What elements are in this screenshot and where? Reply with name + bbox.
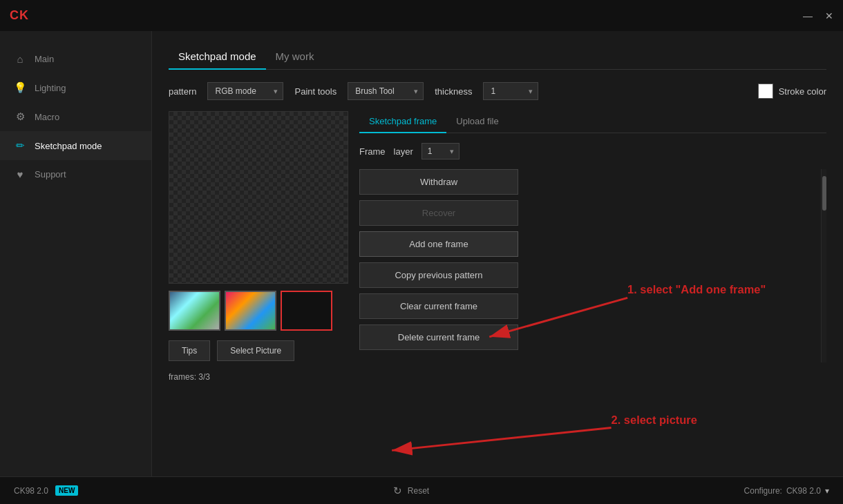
panel-tab-upload-file[interactable]: Upload file [446, 111, 508, 133]
status-center[interactable]: ↻ Reset [92, 485, 730, 497]
sidebar-item-label: Support [35, 169, 66, 180]
copy-previous-pattern-button[interactable]: Copy previous pattern [359, 262, 518, 288]
lighting-icon: 💡 [14, 81, 26, 94]
sidebar-item-lighting[interactable]: 💡 Lighting [0, 73, 151, 102]
sidebar: ⌂ Main 💡 Lighting ⚙ Macro ✏ Sketchpad mo… [0, 31, 152, 476]
reset-label: Reset [408, 486, 429, 496]
sidebar-item-sketchpad[interactable]: ✏ Sketchpad mode [0, 131, 151, 160]
refresh-icon: ↻ [393, 485, 402, 497]
canvas-side: Tips Select Picture frames: 3/3 [169, 111, 348, 476]
thumb-image-1 [170, 292, 219, 329]
close-button[interactable]: ✕ [825, 10, 833, 21]
frame-thumb-2[interactable] [225, 291, 276, 331]
brush-tool-select[interactable]: Brush Tool [348, 82, 424, 100]
stroke-color-swatch[interactable] [758, 84, 773, 99]
statusbar: CK98 2.0 NEW ↻ Reset Configure: CK98 2.0… [0, 476, 843, 504]
configure-value: CK98 2.0 [786, 486, 821, 496]
sidebar-item-macro[interactable]: ⚙ Macro [0, 102, 151, 131]
sketchpad-canvas[interactable] [169, 111, 348, 284]
stroke-color-wrap: Stroke color [758, 84, 826, 99]
sidebar-item-label: Macro [35, 112, 59, 122]
panel-frame-row: Frame layer 1 [359, 143, 826, 159]
sidebar-item-main[interactable]: ⌂ Main [0, 45, 151, 73]
panel-buttons: Withdraw Recover Add one frame Copy prev… [359, 169, 821, 350]
frames-count: frames: 3/3 [169, 372, 348, 382]
minimize-button[interactable]: — [803, 10, 813, 21]
home-icon: ⌂ [14, 53, 26, 65]
content-area: Sketchpad mode My work pattern RGB mode … [152, 31, 843, 476]
add-one-frame-button[interactable]: Add one frame [359, 231, 518, 257]
frame-label: Frame [359, 146, 386, 157]
pattern-select-wrap: RGB mode [207, 82, 283, 100]
tips-button[interactable]: Tips [169, 340, 210, 361]
withdraw-button[interactable]: Withdraw [359, 169, 518, 195]
app-logo: CK [10, 8, 29, 23]
clear-current-frame-button[interactable]: Clear current frame [359, 293, 518, 319]
status-left: CK98 2.0 NEW [14, 485, 78, 496]
right-panel: Sketchpad frame Upload file Frame layer … [359, 111, 826, 476]
tab-sketchpad-mode[interactable]: Sketchpad mode [169, 45, 266, 69]
sidebar-item-label: Sketchpad mode [35, 141, 102, 151]
panel-tab-sketchpad-frame[interactable]: Sketchpad frame [359, 111, 446, 133]
sidebar-item-support[interactable]: ♥ Support [0, 160, 151, 188]
macro-icon: ⚙ [14, 110, 26, 123]
thumb-image-3 [282, 292, 331, 329]
status-badge: NEW [55, 485, 78, 496]
panel-tabs: Sketchpad frame Upload file [359, 111, 826, 133]
tips-row: Tips Select Picture [169, 340, 348, 361]
select-picture-button[interactable]: Select Picture [217, 340, 294, 361]
frame-thumbnails [169, 291, 348, 331]
sketchpad-icon: ✏ [14, 139, 26, 152]
layer-select[interactable]: 1 [422, 143, 460, 159]
pattern-select[interactable]: RGB mode [207, 82, 283, 100]
panel-scroll: Withdraw Recover Add one frame Copy prev… [359, 169, 826, 362]
thickness-select-wrap: 1 [483, 82, 538, 100]
frame-thumb-3[interactable] [281, 291, 332, 331]
pattern-label: pattern [169, 86, 196, 97]
scrollbar-thumb[interactable] [822, 176, 826, 211]
scrollbar-track[interactable] [821, 169, 826, 362]
configure-chevron-icon[interactable]: ▾ [825, 486, 829, 496]
support-icon: ♥ [14, 168, 26, 180]
sidebar-item-label: Lighting [35, 83, 66, 93]
titlebar: CK — ✕ [0, 0, 843, 31]
recover-button[interactable]: Recover [359, 200, 518, 226]
frame-thumb-1[interactable] [169, 291, 220, 331]
stroke-color-label: Stroke color [779, 86, 826, 97]
delete-current-frame-button[interactable]: Delete current frame [359, 324, 518, 350]
thickness-label: thickness [435, 86, 472, 97]
tab-bar: Sketchpad mode My work [169, 45, 826, 70]
brush-tool-select-wrap: Brush Tool [348, 82, 424, 100]
configure-label: Configure: [744, 486, 782, 496]
thickness-select[interactable]: 1 [483, 82, 538, 100]
paint-tools-label: Paint tools [294, 86, 337, 97]
layer-label: layer [394, 146, 413, 157]
status-app-name: CK98 2.0 [14, 486, 48, 496]
work-area-container: Tips Select Picture frames: 3/3 Sketchpa… [169, 111, 826, 476]
status-right: Configure: CK98 2.0 ▾ [744, 486, 829, 496]
panel-scroll-content: Withdraw Recover Add one frame Copy prev… [359, 169, 821, 362]
layer-select-wrap: 1 [422, 143, 460, 159]
titlebar-controls: — ✕ [803, 10, 833, 21]
main-layout: ⌂ Main 💡 Lighting ⚙ Macro ✏ Sketchpad mo… [0, 31, 843, 476]
sidebar-item-label: Main [35, 54, 54, 64]
thumb-image-2 [226, 292, 275, 329]
toolbar: pattern RGB mode Paint tools Brush Tool … [169, 82, 826, 100]
tab-my-work[interactable]: My work [266, 45, 324, 69]
